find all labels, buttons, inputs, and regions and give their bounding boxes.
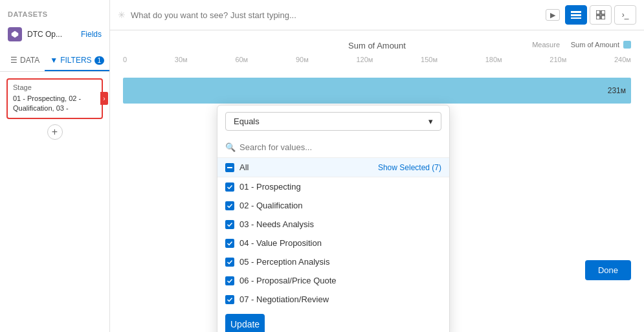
show-selected-link[interactable]: Show Selected (7) — [378, 163, 441, 172]
item-label-4: 04 - Value Proposition — [239, 238, 322, 248]
add-filter-button[interactable]: + — [47, 124, 63, 140]
equals-select[interactable]: Equals ▾ — [225, 112, 441, 131]
svg-rect-7 — [601, 16, 605, 19]
list-item[interactable]: 06 - Proposal/Price Quote — [217, 271, 449, 290]
item-label-5: 05 - Perception Analysis — [239, 257, 329, 267]
sidebar: Datasets DTC Op... Fields ☰ DATA ▼ FILTE… — [0, 0, 110, 332]
toolbar-buttons: ›_ — [565, 5, 636, 25]
list-item[interactable]: 01 - Prospecting — [217, 177, 449, 196]
chart-area: Sum of Amount 0 30м 60м 90м 120м 150м 18… — [110, 30, 644, 332]
svg-rect-1 — [571, 11, 581, 13]
item-label-6: 06 - Proposal/Price Quote — [239, 276, 337, 285]
update-button[interactable]: Update — [225, 314, 265, 332]
bar-row-main: 231м — [123, 71, 631, 110]
svg-rect-6 — [596, 16, 600, 19]
item-label-1: 01 - Prospecting — [239, 182, 301, 192]
filter-dropdown: Equals ▾ 🔍 All Show Selected (7) — [217, 105, 450, 332]
svg-rect-4 — [596, 10, 600, 14]
dataset-name: DTC Op... — [27, 30, 76, 39]
search-icon: 🔍 — [225, 142, 236, 152]
filter-values: 01 - Prospecting, 02 - Qualification, 03… — [13, 94, 96, 114]
list-item[interactable]: 05 - Perception Analysis — [217, 252, 449, 271]
all-row: All Show Selected (7) — [217, 158, 449, 177]
all-left: All — [225, 162, 249, 172]
datasets-header: Datasets — [0, 6, 109, 23]
list-item[interactable]: 02 - Qualification — [217, 196, 449, 215]
item-checkbox-7[interactable] — [225, 295, 234, 304]
sidebar-tabs: ☰ DATA ▼ FILTERS 1 — [0, 50, 109, 72]
list-item[interactable]: 04 - Value Proposition — [217, 234, 449, 252]
bar-chart: 231м — [123, 71, 631, 110]
item-label-2: 02 - Qualification — [239, 201, 303, 210]
main-content: ✳ ▶ ›_ Sum of Amount 0 30м — [110, 0, 644, 332]
svg-marker-0 — [12, 31, 19, 38]
viz-button[interactable] — [565, 5, 587, 25]
tab-data[interactable]: ☰ DATA — [5, 50, 45, 71]
search-input[interactable] — [131, 10, 540, 20]
list-item[interactable]: 03 - Needs Analysis — [217, 215, 449, 234]
dropdown-header: Equals ▾ — [217, 105, 449, 137]
search-bar: ✳ ▶ ›_ — [110, 0, 644, 30]
filter-search-input[interactable] — [239, 142, 441, 152]
axis-labels: 0 30м 60м 90м 120м 150м 180м 210м 240м — [123, 56, 631, 71]
item-checkbox-4[interactable] — [225, 239, 234, 248]
dataset-icon — [8, 27, 22, 41]
stage-filter[interactable]: Stage 01 - Prospecting, 02 - Qualificati… — [6, 78, 103, 119]
list-item[interactable]: 07 - Negotiation/Review — [217, 290, 449, 309]
item-checkbox-1[interactable] — [225, 183, 234, 192]
svg-rect-2 — [571, 14, 581, 16]
item-checkbox-3[interactable] — [225, 220, 234, 229]
bar-value: 231м — [608, 86, 626, 95]
bar-fill-main: 231м — [123, 78, 631, 104]
filter-arrow: › — [100, 92, 108, 105]
snowflake-icon: ✳ — [118, 10, 126, 20]
tab-filters[interactable]: ▼ FILTERS 1 — [45, 50, 109, 71]
measure-legend: Sum of Amount — [571, 41, 631, 49]
measure-label: Measure — [532, 41, 560, 49]
terminal-icon[interactable]: ▶ — [546, 9, 560, 21]
code-button[interactable]: ›_ — [614, 5, 636, 25]
dropdown-footer: Update — [217, 309, 449, 332]
legend-color — [623, 41, 631, 49]
filters-badge: 1 — [94, 56, 105, 65]
item-checkbox-5[interactable] — [225, 258, 234, 267]
item-label-7: 07 - Negotiation/Review — [239, 294, 329, 304]
item-checkbox-6[interactable] — [225, 276, 234, 285]
item-checkbox-2[interactable] — [225, 201, 234, 210]
item-label-3: 03 - Needs Analysis — [239, 219, 314, 229]
table-button[interactable] — [590, 5, 612, 25]
svg-rect-5 — [601, 10, 605, 14]
fields-link[interactable]: Fields — [81, 30, 102, 39]
dataset-item: DTC Op... Fields — [0, 23, 109, 45]
search-row: 🔍 — [217, 137, 449, 158]
svg-rect-3 — [571, 17, 581, 19]
done-button[interactable]: Done — [585, 260, 631, 280]
checkbox-list: 01 - Prospecting 02 - Qualification 03 -… — [217, 177, 449, 309]
legend-label: Sum of Amount — [571, 41, 619, 49]
chevron-down-icon: ▾ — [428, 116, 433, 126]
all-checkbox[interactable] — [225, 163, 234, 172]
filter-label: Stage — [13, 83, 96, 91]
filters-section: Stage 01 - Prospecting, 02 - Qualificati… — [0, 72, 109, 326]
